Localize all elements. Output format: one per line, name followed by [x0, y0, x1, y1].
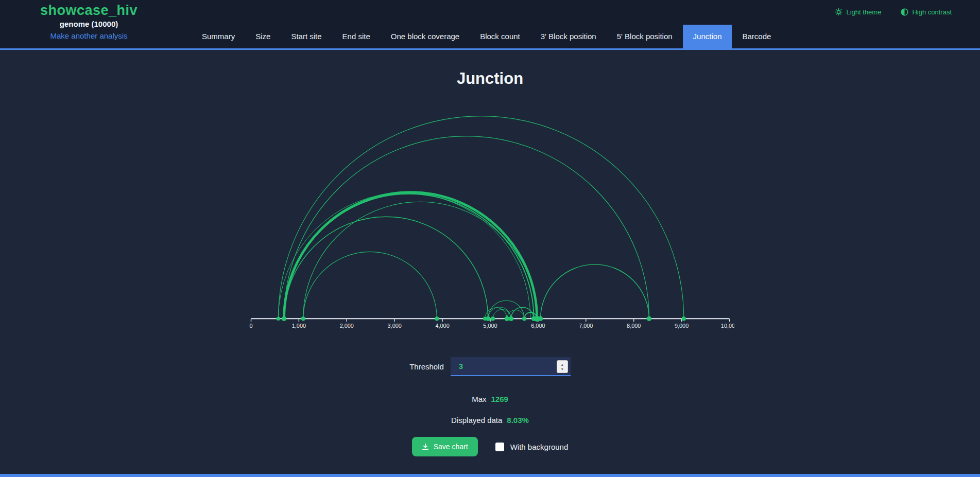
tab-5-block-position[interactable]: 5' Block position [607, 25, 683, 48]
junction-point [522, 316, 526, 321]
axis-tick-label: 1,000 [291, 323, 305, 329]
arc [284, 136, 649, 319]
app-header: showcase_hiv genome (10000) Make another… [0, 0, 980, 50]
axis-tick-label: 6,000 [531, 323, 545, 329]
number-spinner[interactable]: ▴▾ [557, 360, 568, 373]
light-theme-label: Light theme [846, 8, 881, 16]
tab-3-block-position[interactable]: 3' Block position [530, 25, 607, 48]
arc [278, 192, 530, 319]
displayed-data-label: Displayed data [451, 416, 502, 425]
make-another-analysis-link[interactable]: Make another analysis [40, 31, 137, 40]
sun-icon [835, 8, 843, 16]
junction-point [485, 316, 490, 321]
max-label: Max [472, 395, 486, 403]
axis-tick-label: 4,000 [435, 323, 449, 329]
save-chart-button[interactable]: Save chart [412, 437, 478, 456]
axis-tick-label: 7,000 [579, 323, 593, 329]
junction-point [681, 316, 686, 321]
displayed-data-stat: Displayed data 8.03% [451, 416, 529, 425]
threshold-label: Threshold [409, 362, 444, 371]
high-contrast-toggle[interactable]: High contrast [901, 8, 952, 16]
tab-summary[interactable]: Summary [192, 25, 245, 48]
axis-tick-label: 0 [249, 323, 252, 329]
axis-tick-label: 10,000 [720, 323, 734, 329]
tab-block-count[interactable]: Block count [470, 25, 530, 48]
page-title: Junction [457, 69, 523, 88]
max-stat: Max 1269 [472, 395, 508, 403]
arc-curves [278, 116, 683, 319]
save-chart-label: Save chart [434, 443, 468, 451]
contrast-icon [901, 8, 908, 16]
arc [488, 301, 524, 319]
junction-point [435, 316, 439, 321]
light-theme-toggle[interactable]: Light theme [835, 8, 881, 16]
axis-tick-label: 8,000 [627, 323, 641, 329]
brand-block: showcase_hiv genome (10000) Make another… [40, 3, 137, 40]
junction-arc-chart: 01,0002,0003,0004,0005,0006,0007,0008,00… [246, 114, 734, 331]
axis-tick-label: 5,000 [483, 323, 497, 329]
axis-tick-label: 2,000 [339, 323, 353, 329]
bottom-accent-bar [0, 474, 980, 477]
arc [303, 252, 437, 319]
junction-point [538, 316, 542, 321]
tab-start-site[interactable]: Start site [281, 25, 332, 48]
axis-tick-label: 3,000 [387, 323, 401, 329]
junction-point [646, 316, 651, 321]
tab-junction[interactable]: Junction [683, 25, 732, 48]
tab-barcode[interactable]: Barcode [732, 25, 781, 48]
high-contrast-label: High contrast [912, 8, 952, 16]
chart-actions: Save chart With background [412, 437, 569, 456]
junction-point [276, 316, 280, 321]
spinner-up-icon[interactable]: ▴ [561, 362, 563, 367]
tab-one-block-coverage[interactable]: One block coverage [381, 25, 470, 48]
tab-end-site[interactable]: End site [332, 25, 381, 48]
threshold-input[interactable]: 3 ▴▾ [451, 357, 571, 376]
axis-tick-label: 9,000 [674, 323, 688, 329]
app-title: showcase_hiv [40, 3, 137, 19]
max-value: 1269 [491, 395, 508, 403]
tab-size[interactable]: Size [245, 25, 281, 48]
theme-toggles: Light theme High contrast [835, 8, 952, 16]
with-background-checkbox[interactable] [495, 443, 504, 451]
displayed-data-value: 8.03% [507, 416, 529, 425]
junction-point [281, 316, 286, 321]
arc [540, 264, 649, 319]
threshold-value: 3 [459, 362, 463, 370]
with-background-label: With background [510, 443, 569, 451]
junction-point [301, 316, 305, 321]
main-content: Junction 01,0002,0003,0004,0005,0006,000… [0, 50, 980, 456]
arc [278, 116, 683, 319]
download-icon [422, 443, 429, 450]
junction-point [508, 316, 513, 321]
spinner-down-icon[interactable]: ▾ [561, 367, 563, 372]
tab-bar: SummarySizeStart siteEnd siteOne block c… [192, 25, 781, 48]
junction-point [490, 316, 495, 321]
threshold-control: Threshold 3 ▴▾ [409, 357, 571, 376]
genome-subtitle: genome (10000) [40, 20, 137, 28]
